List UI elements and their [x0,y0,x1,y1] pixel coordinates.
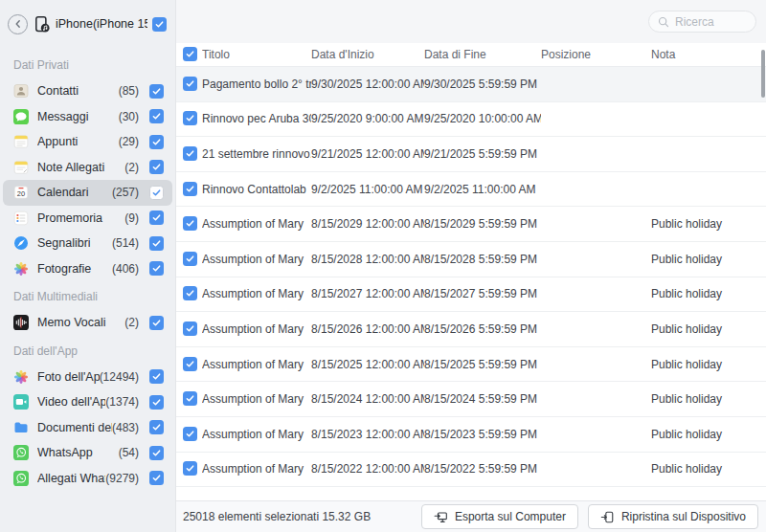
sidebar: iPhone(iPhone 15... Dati PrivatiContatti… [0,0,175,532]
cell-nota: Public holiday [651,217,766,231]
sidebar-item-count: (29) [119,135,139,148]
sidebar-section-label-dati-multimediali: Dati Multimediali [0,281,175,310]
table-row[interactable]: Assumption of Mary8/15/2027 12:00:00 AM8… [176,277,766,313]
sidebar-item-foto-dell-app[interactable]: Foto dell'App(12494) [3,365,172,390]
cell-data-inizio: 8/15/2028 12:00:00 AM [311,253,424,266]
sidebar-item-checkbox[interactable] [149,135,164,149]
sidebar-item-checkbox[interactable] [149,261,164,276]
row-checkbox-cell [183,216,202,232]
sidebar-item-memo-vocali[interactable]: Memo Vocali(2) [3,310,172,336]
table-row[interactable]: Pagamento bollo 2° tr...9/30/2025 12:00:… [176,67,766,102]
sidebar-item-allegati-whats[interactable]: Allegati Whats...(9279) [3,466,172,492]
sidebar-item-documenti-dell[interactable]: Documenti dell'...(483) [3,415,172,441]
sidebar-item-checkbox[interactable] [149,84,164,99]
sidebar-item-checkbox[interactable] [149,236,164,251]
column-header-titolo[interactable]: Titolo [202,48,311,61]
sidebar-item-label: Segnalibri [37,236,112,250]
column-header-posizione[interactable]: Posizione [541,48,651,61]
sidebar-item-calendari[interactable]: 20Calendari(257) [3,180,172,206]
cell-titolo: Assumption of Mary [202,322,311,336]
sidebar-item-checkbox[interactable] [149,316,164,330]
sidebar-item-count: (85) [119,84,139,98]
sidebar-item-checkbox[interactable] [149,211,164,225]
vertical-scrollbar-thumb[interactable] [761,50,765,98]
search-input[interactable]: Ricerca [648,11,756,33]
cell-data-fine: 9/25/2020 10:00:00 AM [424,112,541,125]
restore-to-device-button[interactable]: Ripristina sul Dispositivo [588,504,758,529]
sidebar-item-checkbox[interactable] [149,109,164,123]
sidebar-item-checkbox[interactable] [149,446,164,460]
sidebar-item-checkbox[interactable] [149,420,164,434]
sidebar-item-messaggi[interactable]: Messaggi(30) [3,104,172,130]
sidebar-item-count: (30) [119,110,139,123]
cell-data-inizio: 8/15/2024 12:00:00 AM [311,392,424,406]
contacts-icon [13,83,29,99]
table-row[interactable]: Assumption of Mary8/15/2023 12:00:00 AM8… [176,417,766,453]
table-row[interactable]: Assumption of Mary8/15/2022 12:00:00 AM8… [176,453,766,488]
sidebar-item-video-dell-app[interactable]: Video dell'App(1374) [3,389,172,415]
column-header-data-di-fine[interactable]: Data di Fine [424,48,541,61]
row-checkbox[interactable] [183,111,197,125]
table-row[interactable]: 21 settembre rinnovo...9/21/2025 12:00:0… [176,137,766,172]
note-attachments-icon [13,160,29,175]
row-checkbox[interactable] [183,461,197,476]
row-checkbox[interactable] [183,286,197,300]
row-checkbox[interactable] [183,357,197,371]
chevron-left-icon [13,19,23,29]
cell-data-inizio: 8/15/2022 12:00:00 AM [311,462,424,476]
sidebar-item-count: (2) [124,161,139,174]
sidebar-item-promemoria[interactable]: Promemoria(9) [3,206,172,232]
sidebar-item-whatsapp[interactable]: WhatsApp(54) [3,440,172,466]
sidebar-item-contatti[interactable]: Contatti(85) [3,78,172,104]
sidebar-item-fotografie[interactable]: Fotografie(406) [3,256,172,282]
photos-icon [13,261,29,277]
select-all-checkbox[interactable] [183,47,197,61]
table-row[interactable]: Assumption of Mary8/15/2025 12:00:00 AM8… [176,347,766,383]
row-checkbox[interactable] [183,216,197,231]
sidebar-item-segnalibri[interactable]: Segnalibri(514) [3,231,172,256]
sidebar-category-list: Dati PrivatiContatti(85)Messaggi(30)Appu… [0,48,175,532]
row-checkbox[interactable] [183,427,197,441]
select-all-cell [183,46,202,63]
row-checkbox[interactable] [183,77,197,91]
whatsapp-icon [13,445,29,460]
table-row[interactable]: Assumption of Mary8/15/2029 12:00:00 AM8… [176,207,766,242]
cell-data-inizio: 8/15/2026 12:00:00 AM [311,322,424,336]
messages-icon [13,109,29,124]
row-checkbox-cell [183,146,202,162]
sidebar-item-count: (2) [124,316,139,329]
sidebar-item-checkbox[interactable] [149,369,164,384]
table-row[interactable]: Rinnovo Contattolab9/2/2025 11:00:00 AM9… [176,172,766,208]
sidebar-item-checkbox[interactable] [149,186,164,200]
row-checkbox[interactable] [183,321,197,336]
row-checkbox[interactable] [183,146,197,161]
sidebar-item-note-allegati[interactable]: Note Allegati(2) [3,155,172,181]
cell-data-inizio: 9/30/2025 12:00:00 AM [311,78,424,91]
table-row[interactable]: Assumption of Mary8/15/2024 12:00:00 AM8… [176,382,766,417]
cell-data-fine: 9/21/2025 5:59:59 PM [424,147,541,161]
row-checkbox[interactable] [183,252,197,266]
restore-device-icon [600,510,615,524]
sidebar-item-count: (9279) [105,472,139,485]
cell-data-fine: 8/15/2024 5:59:59 PM [424,392,541,406]
device-checkbox[interactable] [152,17,167,32]
export-to-computer-button[interactable]: Esporta sul Computer [421,504,578,529]
row-checkbox[interactable] [183,182,197,196]
sidebar-item-checkbox[interactable] [149,160,164,174]
sidebar-item-checkbox[interactable] [149,395,164,410]
sidebar-item-label: Appunti [37,135,119,148]
table-row[interactable]: Rinnovo pec Aruba 30...9/25/2020 9:00:00… [176,102,766,138]
column-header-nota[interactable]: Nota [651,48,766,61]
row-checkbox[interactable] [183,391,197,406]
table-row[interactable]: Assumption of Mary8/15/2028 12:00:00 AM8… [176,242,766,277]
back-button[interactable] [8,14,28,34]
export-button-label: Esporta sul Computer [455,510,566,523]
sidebar-item-checkbox[interactable] [149,471,164,485]
sidebar-item-count: (483) [112,421,139,434]
table-row[interactable]: Assumption of Mary8/15/2026 12:00:00 AM8… [176,312,766,347]
cell-data-inizio: 9/25/2020 9:00:00 AM [311,112,424,125]
column-header-data-d-inizio[interactable]: Data d'Inizio [311,48,424,61]
cell-data-fine: 9/30/2025 5:59:59 PM [424,78,541,91]
sidebar-item-appunti[interactable]: Appunti(29) [3,129,172,155]
cell-nota: Public holiday [651,428,766,441]
